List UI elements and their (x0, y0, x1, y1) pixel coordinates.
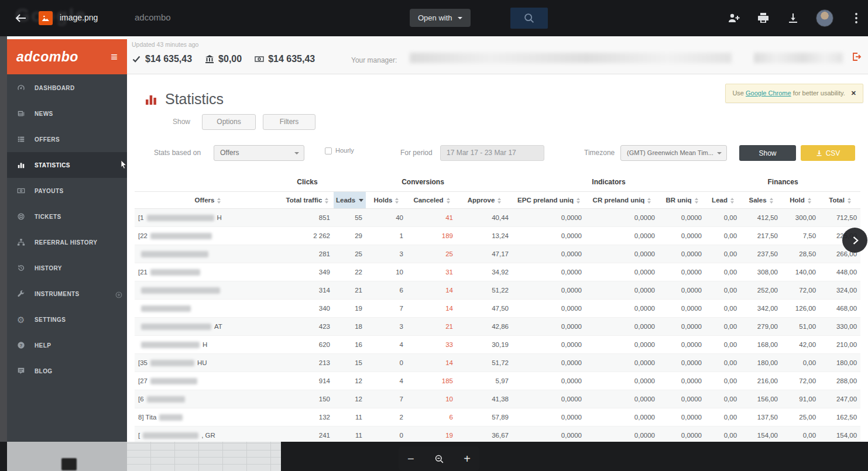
table-row[interactable]: [, GR2411101936,670,00000,00000,00000,00… (135, 427, 860, 442)
chevron-down-icon (458, 17, 462, 19)
column-header-total-traffic[interactable]: Total traffic (281, 192, 334, 209)
open-with-button[interactable]: Open with (410, 9, 471, 27)
timezone-select[interactable]: (GMT) Greenwich Mean Tim... (620, 145, 727, 161)
cell-epc-preland-uniq: 0,0000 (512, 372, 585, 390)
cell-br-uniq: 0,0000 (658, 390, 705, 408)
period-input[interactable]: 17 Mar 17 - 23 Mar 17 (440, 145, 544, 161)
sidebar-item-history[interactable]: HISTORY (7, 255, 127, 281)
column-header-leads[interactable]: Leads (334, 192, 366, 209)
sidebar-item-payouts[interactable]: PAYOUTS (7, 178, 127, 204)
cell-br-uniq: 0,0000 (658, 354, 705, 372)
notice-close-button[interactable]: ✕ (851, 90, 856, 97)
cell-canceled: 19 (407, 427, 457, 442)
sidebar-item-help[interactable]: ?HELP (7, 332, 127, 358)
column-header-holds[interactable]: Holds (366, 192, 407, 209)
table-row[interactable]: [1H85155404140,440,00000,00000,00000,004… (135, 209, 860, 227)
cell-epc-preland-uniq: 0,0000 (512, 390, 585, 408)
zoom-out-button[interactable]: − (407, 453, 414, 465)
cell-canceled: 10 (407, 390, 457, 408)
sidebar-item-blog[interactable]: BLOG (7, 358, 127, 384)
show-button[interactable]: Show (739, 145, 796, 161)
sidebar: DASHBOARDNEWSOFFERSSTATISTICSPAYOUTSTICK… (7, 74, 127, 442)
column-header-total[interactable]: Total (819, 192, 860, 209)
column-header-label: Total (829, 197, 845, 204)
csv-button[interactable]: CSV (801, 145, 855, 161)
options-button[interactable]: Options (202, 114, 256, 130)
sidebar-item-offers[interactable]: OFFERS (7, 126, 127, 152)
table-row[interactable]: H6201643330,190,00000,00000,00000,00168,… (135, 336, 860, 354)
download-icon[interactable] (786, 11, 800, 25)
sidebar-item-label: INSTRUMENTS (35, 291, 80, 297)
cell-epc-preland-uniq: 0,0000 (512, 227, 585, 245)
cell-cr-preland-uniq: 0,0000 (585, 390, 658, 408)
column-header-br-uniq[interactable]: BR uniq (658, 192, 705, 209)
cell-br-uniq: 0,0000 (658, 318, 705, 336)
sidebar-item-referral-history[interactable]: REFERRAL HISTORY (7, 229, 127, 255)
column-header-sales[interactable]: Sales (740, 192, 781, 209)
menu-icon[interactable]: ≡ (111, 51, 118, 63)
download-icon (816, 150, 822, 156)
sidebar-item-settings[interactable]: ⚙SETTINGS (7, 307, 127, 332)
cell-sales: 412,50 (740, 209, 781, 227)
google-chrome-link[interactable]: Google Chrome (746, 90, 791, 97)
cell-br-uniq: 0,0000 (658, 227, 705, 245)
table-row[interactable]: [2134922103134,920,00000,00000,00000,003… (135, 263, 860, 281)
table-row[interactable]: AT4231832142,860,00000,00000,00000,00279… (135, 318, 860, 336)
next-image-button[interactable] (842, 228, 867, 253)
offer-name: AT (135, 318, 281, 336)
table-row[interactable]: [279141241855,970,00000,00000,00000,0021… (135, 372, 860, 390)
table-row[interactable]: [61501271041,380,00000,00000,00000,00156… (135, 390, 860, 408)
sidebar-item-instruments[interactable]: INSTRUMENTS (7, 281, 127, 307)
timezone-value: (GMT) Greenwich Mean Tim... (627, 149, 713, 156)
table-row[interactable]: 3401971447,500,00000,00000,00000,00342,0… (135, 300, 860, 318)
cell-holds: 0 (366, 354, 407, 372)
zoom-fit-button[interactable] (434, 453, 445, 465)
column-header-canceled[interactable]: Canceled (407, 192, 457, 209)
offer-name: [27 (135, 372, 281, 390)
hourly-checkbox[interactable] (325, 147, 332, 154)
table-row[interactable]: 8] Tita132112657,890,00000,00000,00000,0… (135, 408, 860, 427)
column-header-offers[interactable]: Offers (135, 192, 281, 209)
cell-holds: 40 (366, 209, 407, 227)
column-header-approve[interactable]: Approve (457, 192, 512, 209)
timezone-label: Timezone (584, 145, 615, 161)
cell-leads: 55 (334, 209, 366, 227)
sort-icon (325, 198, 328, 204)
sidebar-item-tickets[interactable]: TICKETS (7, 204, 127, 229)
sidebar-nav: DASHBOARDNEWSOFFERSSTATISTICSPAYOUTSTICK… (7, 74, 127, 384)
cell-holds: 1 (366, 227, 407, 245)
zoom-in-button[interactable]: + (464, 453, 471, 465)
sort-icon (577, 198, 580, 204)
column-header-epc-preland-uniq[interactable]: EPC preland uniq (512, 192, 585, 209)
logout-icon[interactable] (851, 51, 862, 62)
add-person-icon[interactable] (726, 11, 740, 25)
cell-br-uniq: 0,0000 (658, 372, 705, 390)
table-row[interactable]: [35HU2131501451,720,00000,00000,00000,00… (135, 354, 860, 372)
sidebar-item-statistics[interactable]: STATISTICS (7, 152, 127, 178)
redacted-offer-name (150, 233, 212, 239)
column-header-cr-preland-uniq[interactable]: CR preland uniq (585, 192, 658, 209)
cell-canceled: 21 (407, 318, 457, 336)
table-row[interactable]: 2812532547,170,00000,00000,00000,00237,5… (135, 245, 860, 263)
stats-based-on-select[interactable]: Offers (214, 145, 304, 161)
filters-button[interactable]: Filters (263, 114, 315, 130)
cell-cr-preland-uniq: 0,0000 (585, 336, 658, 354)
cell-canceled: 31 (407, 263, 457, 281)
stats-based-on-value: Offers (220, 149, 239, 157)
back-button[interactable] (14, 11, 28, 25)
avatar[interactable] (816, 9, 833, 27)
column-group-spacer (135, 176, 281, 192)
column-header-hold[interactable]: Hold (781, 192, 819, 209)
print-icon[interactable] (756, 11, 770, 25)
table-row[interactable]: 3142161451,220,00000,00000,00000,00252,0… (135, 281, 860, 300)
more-vert-icon[interactable] (849, 11, 863, 25)
sidebar-item-dashboard[interactable]: DASHBOARD (7, 75, 127, 101)
column-header-lead[interactable]: Lead (705, 192, 740, 209)
cell-leads: 19 (334, 300, 366, 318)
search-button[interactable] (510, 8, 548, 29)
table-row[interactable]: [222 26229118913,240,00000,00000,00000,0… (135, 227, 860, 245)
cell-sales: 342,00 (740, 300, 781, 318)
sidebar-item-news[interactable]: NEWS (7, 101, 127, 126)
cell-br-uniq: 0,0000 (658, 336, 705, 354)
cell-epc-preland-uniq: 0,0000 (512, 300, 585, 318)
